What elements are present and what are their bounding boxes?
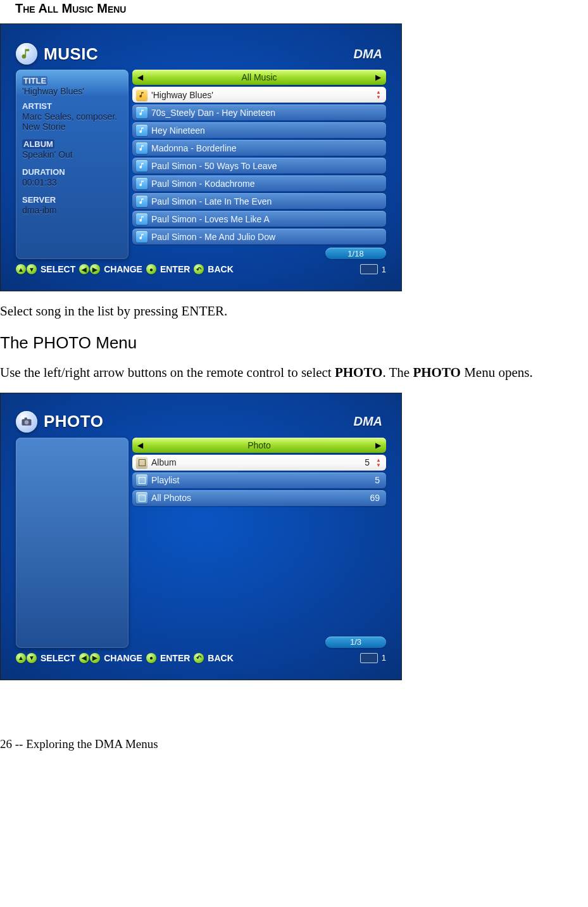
details-sidebar: TITLE 'Highway Blues' ARTIST Marc Seales… xyxy=(16,70,128,259)
updown-icon: ▲▼ xyxy=(16,653,37,663)
list-item-label: Playlist xyxy=(151,475,371,485)
sb-album-value: Speakin' Out xyxy=(22,149,122,160)
leftright-icon: ◀▶ xyxy=(79,653,100,663)
music-note-icon xyxy=(136,125,147,136)
music-note-icon xyxy=(136,89,147,101)
nav-hints: ▲▼ SELECT ◀▶ CHANGE ● ENTER ↶ BACK 1 xyxy=(16,264,386,274)
camera-icon xyxy=(16,411,37,433)
app-title-photo: PHOTO xyxy=(44,412,103,431)
hint-back: BACK xyxy=(208,653,233,663)
list-item-label: Paul Simon - Loves Me Like A xyxy=(151,214,382,224)
list-item-label: Madonna - Borderline xyxy=(151,143,382,153)
tab-right-arrow-icon[interactable]: ▶ xyxy=(375,441,381,450)
storage-number: 1 xyxy=(382,653,386,663)
list-item[interactable]: 70s_Steely Dan - Hey Nineteen xyxy=(132,105,386,120)
music-note-icon xyxy=(136,178,147,189)
hint-select: SELECT xyxy=(41,653,75,663)
list-item-label: Paul Simon - Kodachrome xyxy=(151,179,382,189)
details-sidebar-empty xyxy=(16,438,128,648)
photo-list: ◀ Photo ▶ Album 5 ▲▼ Playlist 5 xyxy=(132,438,386,648)
hint-enter: ENTER xyxy=(160,653,190,663)
list-item[interactable]: 'Highway Blues' ▲▼ xyxy=(132,87,386,103)
sb-duration-label: DURATION xyxy=(22,167,122,177)
tab-right-arrow-icon[interactable]: ▶ xyxy=(375,73,381,82)
back-icon: ↶ xyxy=(194,653,204,663)
page-indicator: 1/3 xyxy=(325,637,386,648)
list-item[interactable]: Paul Simon - Kodachrome xyxy=(132,175,386,191)
list-item[interactable]: All Photos 69 xyxy=(132,490,386,506)
list-item-label: 70s_Steely Dan - Hey Nineteen xyxy=(151,108,382,118)
sb-album-label: ALBUM xyxy=(22,139,54,149)
folder-icon xyxy=(136,457,147,468)
list-item-label: Paul Simon - Late In The Even xyxy=(151,196,382,206)
sb-server-value: dma-ibm xyxy=(22,205,122,215)
svg-rect-2 xyxy=(25,417,27,419)
screenshot-photo: PHOTO DMA ◀ Photo ▶ Album 5 ▲▼ xyxy=(0,393,402,680)
list-item[interactable]: Paul Simon - Late In The Even xyxy=(132,193,386,209)
list-item[interactable]: Paul Simon - 50 Ways To Leave xyxy=(132,158,386,174)
app-title-music: MUSIC xyxy=(44,44,98,64)
list-item-count: 5 xyxy=(365,457,372,467)
sb-server-label: SERVER xyxy=(22,195,122,205)
dma-logo: DMA xyxy=(353,414,382,429)
list-item[interactable]: Playlist 5 xyxy=(132,473,386,488)
enter-icon: ● xyxy=(146,264,156,274)
updown-icon: ▲▼ xyxy=(16,264,37,274)
tab-left-arrow-icon[interactable]: ◀ xyxy=(137,441,143,450)
storage-icon xyxy=(360,264,378,274)
list-item-label: 'Highway Blues' xyxy=(151,90,372,100)
sb-artist-label: ARTIST xyxy=(22,101,122,111)
screenshot-music: MUSIC DMA TITLE 'Highway Blues' ARTIST M… xyxy=(0,23,402,291)
dma-logo: DMA xyxy=(353,47,382,61)
list-item[interactable]: Paul Simon - Me And Julio Dow xyxy=(132,229,386,244)
list-item-label: Hey Nineteen xyxy=(151,125,382,136)
list-item[interactable]: Paul Simon - Loves Me Like A xyxy=(132,211,386,227)
scroll-indicator-icon: ▲▼ xyxy=(376,90,382,99)
music-list: ◀ All Music ▶ 'Highway Blues' ▲▼ 70s_Ste… xyxy=(132,70,386,259)
hint-select: SELECT xyxy=(41,264,75,274)
storage-number: 1 xyxy=(382,265,386,274)
sb-artist-value: Marc Seales, composer. New Storie xyxy=(22,111,122,132)
list-item-label: Paul Simon - 50 Ways To Leave xyxy=(151,161,382,171)
list-item[interactable]: Madonna - Borderline xyxy=(132,140,386,156)
music-note-icon xyxy=(136,160,147,172)
body-text-photo: Use the left/right arrow buttons on the … xyxy=(0,364,588,381)
scroll-indicator-icon: ▲▼ xyxy=(376,458,382,467)
music-note-icon xyxy=(136,196,147,207)
folder-icon xyxy=(136,492,147,504)
music-note-icon xyxy=(136,143,147,154)
category-tab[interactable]: ◀ Photo ▶ xyxy=(132,438,386,453)
list-item-label: All Photos xyxy=(151,493,366,503)
tab-label: Photo xyxy=(143,440,375,450)
sb-title-value: 'Highway Blues' xyxy=(22,86,122,96)
sb-title-label: TITLE xyxy=(22,76,47,86)
folder-icon xyxy=(136,474,147,486)
hint-change: CHANGE xyxy=(104,653,142,663)
body-text-select-song: Select song in the list by pressing ENTE… xyxy=(0,303,588,319)
enter-icon: ● xyxy=(146,653,156,663)
page-footer: 26 -- Exploring the DMA Menus xyxy=(0,737,588,751)
nav-hints: ▲▼ SELECT ◀▶ CHANGE ● ENTER ↶ BACK 1 xyxy=(16,653,386,663)
hint-back: BACK xyxy=(208,264,233,274)
leftright-icon: ◀▶ xyxy=(79,264,100,274)
storage-icon xyxy=(360,653,378,663)
back-icon: ↶ xyxy=(194,264,204,274)
music-icon xyxy=(16,43,37,65)
music-note-icon xyxy=(136,231,147,243)
list-item-count: 69 xyxy=(370,493,382,503)
list-item-label: Album xyxy=(151,457,361,467)
heading-photo-menu: The PHOTO Menu xyxy=(0,333,588,353)
hint-enter: ENTER xyxy=(160,264,190,274)
list-item[interactable]: Hey Nineteen xyxy=(132,122,386,138)
list-item-label: Paul Simon - Me And Julio Dow xyxy=(151,232,382,242)
svg-point-1 xyxy=(25,420,29,424)
section-heading: The All Music Menu xyxy=(15,1,588,16)
tab-label: All Music xyxy=(143,72,375,82)
sb-duration-value: 00:01:33 xyxy=(22,177,122,187)
category-tab[interactable]: ◀ All Music ▶ xyxy=(132,70,386,85)
tab-left-arrow-icon[interactable]: ◀ xyxy=(137,73,143,82)
music-note-icon xyxy=(136,107,147,118)
hint-change: CHANGE xyxy=(104,264,142,274)
list-item[interactable]: Album 5 ▲▼ xyxy=(132,455,386,471)
list-item-count: 5 xyxy=(375,475,382,485)
